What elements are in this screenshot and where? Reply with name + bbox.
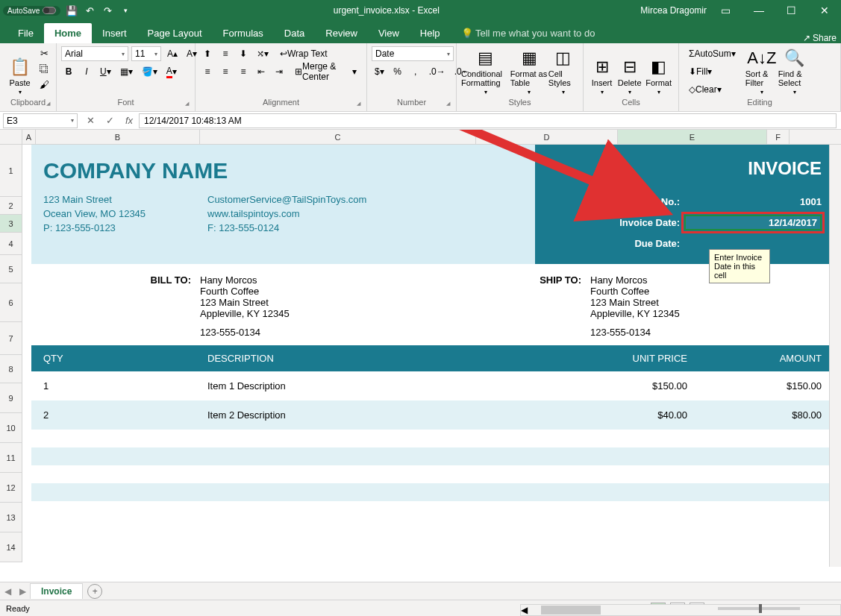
row-header-11[interactable]: 11 — [0, 443, 22, 473]
col-header-B[interactable]: B — [36, 130, 200, 144]
tab-review[interactable]: Review — [315, 23, 368, 43]
align-center-icon[interactable]: ≡ — [218, 64, 233, 79]
zoom-slider[interactable] — [718, 607, 800, 610]
undo-icon[interactable]: ↶ — [83, 4, 96, 17]
conditional-formatting-button[interactable]: ▤Conditional Formatting▾ — [461, 46, 510, 95]
table-row[interactable] — [31, 430, 834, 447]
save-icon[interactable]: 💾 — [65, 4, 78, 17]
tab-file[interactable]: File — [7, 23, 44, 43]
tab-help[interactable]: Help — [410, 23, 451, 43]
add-sheet-button[interactable]: + — [87, 584, 102, 599]
align-bottom-icon[interactable]: ⬇ — [236, 46, 251, 61]
col-header-F[interactable]: F — [767, 130, 790, 144]
row-header-12[interactable]: 12 — [0, 473, 22, 503]
user-name[interactable]: Mircea Dragomir — [640, 5, 707, 16]
cancel-icon[interactable]: ✕ — [81, 113, 100, 128]
row-header-9[interactable]: 9 — [0, 383, 22, 413]
row-header-10[interactable]: 10 — [0, 413, 22, 443]
fx-icon[interactable]: fx — [119, 113, 139, 128]
orientation-icon[interactable]: ⤭▾ — [254, 46, 272, 61]
select-all-corner[interactable] — [0, 130, 22, 144]
maximize-icon[interactable]: ☐ — [778, 0, 805, 21]
redo-icon[interactable]: ↷ — [101, 4, 114, 17]
row-header-5[interactable]: 5 — [0, 255, 22, 283]
row-header-1[interactable]: 1 — [0, 145, 22, 197]
increase-font-icon[interactable]: A▴ — [164, 46, 181, 61]
merge-center-button[interactable]: ⊞ Merge & Center▾ — [290, 64, 362, 79]
enter-icon[interactable]: ✓ — [100, 113, 119, 128]
align-right-icon[interactable]: ≡ — [236, 64, 251, 79]
clear-button[interactable]: ◇ Clear▾ — [684, 82, 727, 97]
row-header-2[interactable]: 2 — [0, 197, 22, 215]
cell-styles-button[interactable]: ◫Cell Styles▾ — [548, 46, 578, 95]
tab-data[interactable]: Data — [274, 23, 315, 43]
table-row[interactable]: 1Item 1 Description$150.00$150.00 — [31, 371, 834, 400]
table-row[interactable] — [31, 447, 834, 465]
vertical-scrollbar[interactable] — [829, 145, 841, 567]
insert-cells-button[interactable]: ⊞Insert▾ — [588, 46, 616, 95]
delete-cells-button[interactable]: ⊟Delete▾ — [616, 46, 643, 95]
tab-page-layout[interactable]: Page Layout — [137, 23, 213, 43]
increase-decimal-icon[interactable]: .0→ — [426, 64, 448, 79]
autosave-toggle[interactable]: AutoSave — [3, 6, 60, 16]
fill-button[interactable]: ⬇ Fill▾ — [684, 64, 717, 79]
row-header-7[interactable]: 7 — [0, 322, 22, 355]
row-header-6[interactable]: 6 — [0, 283, 22, 322]
column-headers[interactable]: ABCDEF — [0, 130, 841, 145]
cut-icon[interactable]: ✂ — [37, 46, 51, 60]
copy-icon[interactable]: ⿻ — [37, 62, 51, 75]
close-icon[interactable]: ✕ — [811, 0, 838, 21]
tab-view[interactable]: View — [368, 23, 410, 43]
ribbon-options-icon[interactable]: ▭ — [713, 0, 740, 21]
border-button[interactable]: ▦▾ — [117, 64, 136, 79]
worksheet-grid[interactable]: ABCDEF 1234567891011121314 COMPANY NAME … — [0, 130, 841, 582]
percent-icon[interactable]: % — [390, 64, 405, 79]
comma-icon[interactable]: , — [408, 64, 423, 79]
font-color-button[interactable]: A▾ — [163, 64, 180, 79]
tab-formulas[interactable]: Formulas — [213, 23, 274, 43]
align-left-icon[interactable]: ≡ — [200, 64, 215, 79]
sheet-tab-invoice[interactable]: Invoice — [30, 583, 83, 599]
paste-button[interactable]: 📋 Paste ▾ — [4, 46, 35, 95]
row-headers[interactable]: 1234567891011121314 — [0, 145, 22, 562]
format-as-table-button[interactable]: ▦Format as Table▾ — [510, 46, 548, 95]
minimize-icon[interactable]: — — [745, 0, 772, 21]
formula-input[interactable]: 12/14/2017 10:48:13 AM — [139, 113, 837, 128]
font-name-combo[interactable]: Arial▾ — [61, 46, 128, 61]
qat-customize-icon[interactable]: ▾ — [119, 4, 132, 17]
align-top-icon[interactable]: ⬆ — [200, 46, 215, 61]
table-row[interactable] — [31, 465, 834, 483]
selected-cell[interactable]: 12/14/2017 — [684, 215, 822, 230]
tab-insert[interactable]: Insert — [92, 23, 137, 43]
table-row[interactable]: 2Item 2 Description$40.00$80.00 — [31, 400, 834, 430]
col-header-E[interactable]: E — [618, 130, 767, 144]
tell-me[interactable]: 💡 Tell me what you want to do — [451, 23, 606, 43]
sheet-nav-prev[interactable]: ◀ — [0, 586, 15, 597]
share-button[interactable]: ↗ Share — [803, 33, 837, 43]
fill-color-button[interactable]: 🪣▾ — [139, 64, 160, 79]
bold-button[interactable]: B — [61, 64, 76, 79]
row-header-3[interactable]: 3 — [0, 215, 22, 233]
wrap-text-button[interactable]: ↩ Wrap Text — [275, 46, 333, 61]
sheet-nav-next[interactable]: ▶ — [15, 586, 30, 597]
col-header-A[interactable]: A — [22, 130, 36, 144]
font-size-combo[interactable]: 11▾ — [131, 46, 161, 61]
col-header-C[interactable]: C — [200, 130, 476, 144]
row-header-14[interactable]: 14 — [0, 532, 22, 562]
decrease-indent-icon[interactable]: ⇤ — [254, 64, 269, 79]
autosum-button[interactable]: Σ AutoSum▾ — [684, 46, 741, 61]
sort-filter-button[interactable]: A↓ZSort & Filter▾ — [745, 46, 778, 95]
number-format-combo[interactable]: Date▾ — [372, 46, 454, 61]
row-header-13[interactable]: 13 — [0, 503, 22, 532]
name-box[interactable]: E3▾ — [3, 113, 78, 128]
align-middle-icon[interactable]: ≡ — [218, 46, 233, 61]
horizontal-scrollbar[interactable]: ◀ — [520, 604, 841, 616]
italic-button[interactable]: I — [79, 64, 94, 79]
tab-home[interactable]: Home — [44, 23, 92, 43]
currency-icon[interactable]: $▾ — [372, 64, 387, 79]
row-header-4[interactable]: 4 — [0, 233, 22, 255]
row-header-8[interactable]: 8 — [0, 355, 22, 383]
format-cells-button[interactable]: ◧Format▾ — [643, 46, 674, 95]
table-row[interactable] — [31, 483, 834, 501]
format-painter-icon[interactable]: 🖌 — [37, 78, 51, 91]
